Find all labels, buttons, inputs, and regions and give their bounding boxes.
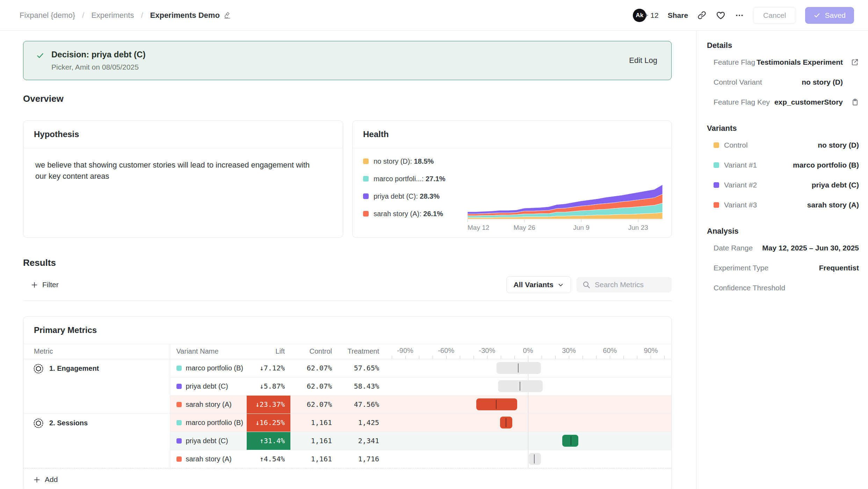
control-value-cell: 62.07%: [290, 359, 338, 377]
confidence-interval-cell: [385, 395, 671, 413]
confidence-interval-cell: [385, 359, 671, 377]
favorite-heart-icon[interactable]: [716, 10, 726, 20]
col-lift: Lift: [247, 344, 290, 359]
copy-link-icon[interactable]: [697, 10, 707, 20]
breadcrumb-item-3[interactable]: Experiments Demo: [150, 11, 231, 20]
treatment-value-cell: 2,341: [338, 432, 385, 450]
variant-name: sarah story (A): [176, 455, 247, 463]
treatment-value-cell: 57.65%: [338, 359, 385, 377]
variant-name-cell: sarah story (A): [170, 450, 247, 468]
sidebar-row-label: Variant #1: [714, 161, 757, 169]
variant-name-cell: marco portfolio (B): [170, 359, 247, 377]
axis-tick-mark: [623, 356, 624, 359]
share-button[interactable]: Share: [668, 11, 688, 20]
sidebar-row-label: Feature Flag Key: [714, 98, 770, 106]
external-link-icon[interactable]: [843, 58, 859, 66]
treatment-value-cell: 47.56%: [338, 395, 385, 413]
hypothesis-card: Hypothesis we believe that showing custo…: [23, 120, 343, 238]
clipboard-icon[interactable]: [843, 98, 859, 106]
sidebar-heading-variants: Variants: [707, 124, 859, 133]
metric-name: 1. Engagement: [33, 363, 170, 374]
control-value-cell: 62.07%: [290, 377, 338, 395]
sidebar-heading-details: Details: [707, 41, 859, 50]
variant-swatch: [714, 142, 719, 148]
axis-tick-mark: [528, 356, 528, 359]
primary-metrics-title: Primary Metrics: [23, 317, 671, 344]
health-legend-item: priya debt (C): 28.3%: [363, 192, 458, 200]
sidebar-row-value: priya debt (C): [812, 181, 859, 189]
axis-tick-mark: [569, 356, 569, 359]
search-metrics-input[interactable]: [595, 281, 661, 289]
axis-tick-mark: [610, 356, 610, 359]
treatment-value-cell: 1,425: [338, 413, 385, 432]
metric-row[interactable]: 2. Sessionsmarco portfolio (B)↓16.25%1,1…: [23, 413, 671, 432]
variant-swatch: [176, 420, 182, 425]
more-options-icon[interactable]: [735, 11, 744, 20]
health-legend-item: marco portfoli...: 27.1%: [363, 175, 458, 183]
cancel-button[interactable]: Cancel: [753, 7, 796, 24]
breadcrumb-item-1[interactable]: Fixpanel {demo}: [20, 11, 75, 20]
add-filter-button[interactable]: Filter: [31, 281, 59, 289]
search-icon: [582, 281, 591, 289]
variant-swatch: [714, 162, 719, 168]
col-treatment: Treatment: [338, 344, 385, 359]
variant-swatch: [176, 384, 182, 389]
variant-filter-dropdown[interactable]: All Variants: [506, 276, 571, 293]
sidebar-row-label: Control: [714, 141, 748, 149]
lift-value-cell: ↓5.87%: [247, 377, 290, 395]
metric-row[interactable]: 1. Engagementmarco portfolio (B)↓7.12%62…: [23, 359, 671, 377]
sidebar-row-label: Feature Flag: [714, 58, 755, 66]
sidebar-row: Variant #3sarah story (A): [707, 195, 859, 215]
edit-log-button[interactable]: Edit Log: [629, 56, 657, 65]
primary-metrics-table: Metric Variant Name Lift Control Treatme…: [23, 344, 671, 468]
sidebar-row: Experiment TypeFrequentist: [707, 258, 859, 278]
saved-button[interactable]: Saved: [805, 7, 854, 24]
results-divider: [23, 300, 672, 301]
axis-tick-label: 0%: [523, 347, 533, 355]
axis-tick-mark: [446, 356, 447, 359]
hypothesis-body: we believe that showing customer stories…: [23, 148, 324, 193]
sidebar-row-value: sarah story (A): [807, 201, 859, 209]
control-value-cell: 62.07%: [290, 395, 338, 413]
confidence-interval-cell: [385, 413, 671, 432]
primary-metrics-card: Primary Metrics Metric Variant Name Lift…: [23, 316, 672, 489]
health-legend: no story (D): 18.5%marco portfoli...: 27…: [363, 151, 458, 232]
axis-tick-label: -30%: [479, 347, 495, 355]
svg-text:May 26: May 26: [514, 224, 535, 231]
axis-tick-label: -90%: [397, 347, 413, 355]
sidebar-row: Feature Flag Keyexp_customerStory: [707, 92, 859, 112]
confidence-interval-center-tick: [506, 418, 506, 427]
sidebar-row: Confidence Threshold: [707, 278, 859, 298]
axis-tick-mark: [487, 356, 487, 359]
breadcrumb-item-2[interactable]: Experiments: [91, 11, 134, 20]
avatar-overflow-count[interactable]: + 12: [644, 11, 658, 20]
col-metric: Metric: [23, 344, 170, 359]
zero-baseline: [528, 414, 528, 432]
health-title: Health: [353, 121, 671, 148]
main-content: Decision: priya debt (C) Picker, Amit on…: [0, 31, 696, 489]
plus-icon: [33, 476, 41, 483]
health-legend-item: sarah story (A): 26.1%: [363, 210, 458, 218]
add-metric-button[interactable]: Add: [33, 475, 671, 484]
metric-target-icon: [33, 363, 44, 374]
confidence-interval-cell: [385, 377, 671, 395]
sidebar-row: Variant #2priya debt (C): [707, 175, 859, 195]
sidebar-row: Variant #1marco portfolio (B): [707, 155, 859, 175]
sidebar-section-details: Feature FlagTestimonials ExperimentContr…: [707, 52, 859, 112]
legend-swatch: [363, 211, 369, 217]
decision-check-icon: [36, 51, 44, 60]
axis-tick-mark: [473, 356, 474, 359]
topbar-actions: Ak + 12 Share Cancel Saved: [633, 7, 854, 24]
col-variant-name: Variant Name: [170, 344, 247, 359]
saved-button-label: Saved: [825, 11, 846, 20]
axis-tick-mark: [405, 356, 406, 359]
variant-name: priya debt (C): [176, 437, 247, 445]
metric-name-cell[interactable]: 1. Engagement: [23, 359, 170, 413]
variant-name-cell: marco portfolio (B): [170, 413, 247, 432]
variant-swatch: [176, 366, 182, 371]
lift-value-cell: ↓23.37%: [247, 395, 290, 413]
axis-tick-mark: [583, 356, 583, 359]
metric-name-cell[interactable]: 2. Sessions: [23, 413, 170, 468]
decision-title: Decision: priya debt (C): [51, 50, 145, 59]
legend-label: priya debt (C): 28.3%: [374, 192, 440, 200]
